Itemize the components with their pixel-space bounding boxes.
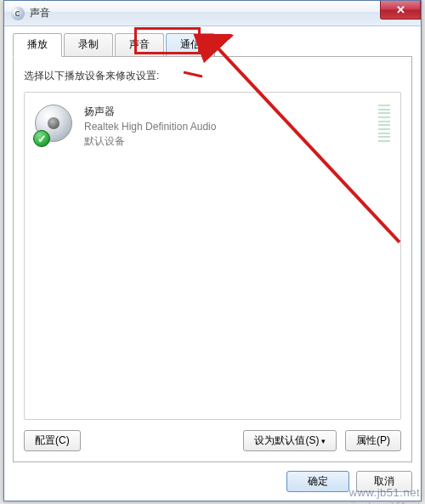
sound-app-icon	[11, 7, 25, 20]
close-icon: ✕	[396, 3, 405, 16]
tab-sound[interactable]: 声音	[115, 33, 164, 56]
tab-strip: 播放 录制 声音 通信	[13, 33, 412, 57]
device-status: 默认设备	[84, 134, 371, 149]
sound-dialog: 声音 ✕ 播放 录制 声音 通信 选择以下播放设备来修改设置: ✓	[3, 0, 422, 501]
device-list[interactable]: ✓ 扬声器 Realtek High Definition Audio 默认设备	[24, 92, 401, 420]
tab-communication[interactable]: 通信	[166, 33, 215, 56]
configure-button[interactable]: 配置(C)	[24, 430, 81, 451]
tab-recording[interactable]: 录制	[64, 33, 113, 56]
tab-playback[interactable]: 播放	[13, 33, 62, 57]
window-body: 播放 录制 声音 通信 选择以下播放设备来修改设置: ✓ 扬声器 Real	[4, 26, 421, 501]
tab-panel-playback: 选择以下播放设备来修改设置: ✓ 扬声器 Realtek High Defini…	[13, 57, 412, 462]
device-description: Realtek High Definition Audio	[84, 121, 371, 133]
panel-button-row: 配置(C) 设为默认值(S) 属性(P)	[24, 430, 401, 451]
panel-instruction: 选择以下播放设备来修改设置:	[24, 69, 401, 83]
watermark-main: www.jb51.net	[349, 486, 420, 499]
properties-button[interactable]: 属性(P)	[345, 430, 401, 451]
device-info: 扬声器 Realtek High Definition Audio 默认设备	[84, 105, 371, 149]
close-button[interactable]: ✕	[380, 1, 421, 20]
device-name: 扬声器	[84, 105, 371, 119]
titlebar: 声音 ✕	[4, 1, 421, 26]
default-check-icon: ✓	[33, 130, 50, 147]
window-title: 声音	[30, 6, 50, 20]
volume-level-meter	[378, 105, 390, 142]
ok-button[interactable]: 确定	[286, 471, 349, 492]
set-default-button[interactable]: 设为默认值(S)	[243, 430, 337, 451]
device-item-speakers[interactable]: ✓ 扬声器 Realtek High Definition Audio 默认设备	[31, 99, 394, 154]
device-icon-wrap: ✓	[35, 105, 76, 145]
